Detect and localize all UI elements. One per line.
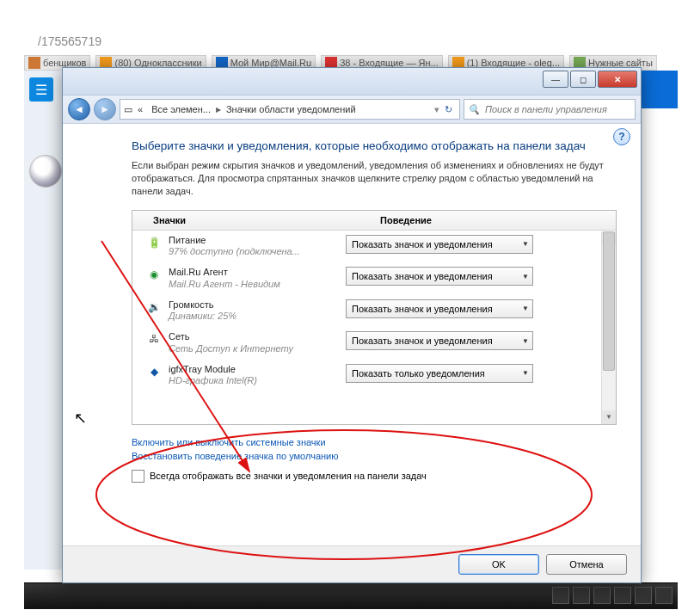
breadcrumb-prefix: « <box>134 104 146 114</box>
control-panel-icon: ▭ <box>124 104 132 115</box>
notification-area-icons-window: — ◻ ◄ ► ▭ « Все элемен... ▶ Значки облас… <box>62 67 642 583</box>
chevron-down-icon: ▼ <box>522 240 529 248</box>
background-taskbar <box>24 582 678 609</box>
volume-icon: 🔉 <box>146 299 162 315</box>
behavior-select[interactable]: Показать значок и уведомления▼ <box>346 267 533 286</box>
content-area: Выберите значки и уведомления, которые н… <box>63 124 641 491</box>
item-subtitle: HD-графика Intel(R) <box>169 375 257 387</box>
list-item: ◉ Mail.Ru Агент Mail.Ru Агент - Невидим … <box>132 262 616 295</box>
mailru-agent-icon: ◉ <box>146 267 162 282</box>
item-subtitle: 97% доступно (подключена... <box>169 246 300 258</box>
toggle-system-icons-link[interactable]: Включить или выключить системные значки <box>132 437 617 447</box>
battery-icon: 🔋 <box>146 235 162 250</box>
item-title: Питание <box>169 235 300 247</box>
list-item: 🔉 Громкость Динамики: 25% Показать значо… <box>132 295 616 328</box>
help-icon[interactable]: ? <box>613 128 630 145</box>
page-description: Если выбран режим скрытия значков и увед… <box>132 159 617 198</box>
item-subtitle: Динамики: 25% <box>169 311 236 323</box>
list-header: Значки Поведение <box>132 211 616 231</box>
item-title: Mail.Ru Агент <box>169 267 280 279</box>
checkbox[interactable] <box>132 470 144 483</box>
background-avatar <box>29 155 62 188</box>
column-icons: Значки <box>132 211 373 230</box>
chevron-down-icon: ▼ <box>522 273 529 280</box>
breadcrumb-seg[interactable]: Значки области уведомлений <box>223 104 359 114</box>
intel-graphics-icon: ◆ <box>146 364 162 379</box>
item-subtitle: Mail.Ru Агент - Невидим <box>169 279 280 291</box>
behavior-select[interactable]: Показать значок и уведомления▼ <box>346 331 533 350</box>
list-item: ◆ igfxTray Module HD-графика Intel(R) По… <box>132 360 616 392</box>
network-icon: 🖧 <box>146 331 162 347</box>
behavior-select[interactable]: Показать значок и уведомления▼ <box>346 299 533 318</box>
chevron-down-icon: ▼ <box>522 337 529 345</box>
dialog-footer: OK Отмена <box>63 545 641 582</box>
breadcrumb-seg[interactable]: Все элемен... <box>148 104 214 114</box>
behavior-select[interactable]: Показать только уведомления▼ <box>346 364 533 383</box>
scroll-thumb[interactable] <box>603 231 615 371</box>
icons-list: Значки Поведение 🔋 Питание 97% доступно … <box>132 210 617 425</box>
restore-defaults-link[interactable]: Восстановить поведение значка по умолчан… <box>132 451 617 461</box>
item-title: Громкость <box>169 299 236 311</box>
list-item: 🔋 Питание 97% доступно (подключена... По… <box>132 231 616 263</box>
item-title: Сеть <box>169 331 293 343</box>
maximize-button[interactable]: ◻ <box>570 71 596 88</box>
checkbox-label: Всегда отображать все значки и уведомлен… <box>150 471 427 481</box>
breadcrumb[interactable]: ▭ « Все элемен... ▶ Значки области уведо… <box>120 99 460 120</box>
chevron-right-icon: ▶ <box>216 106 221 114</box>
background-url-fragment: /175565719 <box>38 34 101 48</box>
behavior-select[interactable]: Показать значок и уведомления▼ <box>346 235 533 254</box>
links-section: Включить или выключить системные значки … <box>132 437 617 461</box>
minimize-button[interactable]: — <box>543 71 568 88</box>
chevron-down-icon: ▼ <box>522 369 529 377</box>
search-input[interactable]: 🔍 <box>464 99 636 120</box>
item-subtitle: Сеть Доступ к Интернету <box>169 343 293 355</box>
background-menu-icon: ☰ <box>29 77 53 102</box>
list-item: 🖧 Сеть Сеть Доступ к Интернету Показать … <box>132 327 616 360</box>
search-icon: 🔍 <box>468 104 480 115</box>
cancel-button[interactable]: Отмена <box>546 554 627 575</box>
ok-button[interactable]: OK <box>458 554 539 575</box>
close-button[interactable] <box>598 71 637 88</box>
always-show-checkbox-row[interactable]: Всегда отображать все значки и уведомлен… <box>132 470 617 483</box>
background-app-sidebar <box>24 71 62 570</box>
column-behavior: Поведение <box>373 211 616 230</box>
item-title: igfxTray Module <box>169 364 257 376</box>
chevron-down-icon: ▼ <box>522 305 529 312</box>
nav-back-button[interactable]: ◄ <box>68 98 90 120</box>
mouse-cursor-icon: ↖ <box>74 409 87 428</box>
scrollbar[interactable]: ▲ ▼ <box>601 231 616 424</box>
scroll-down-button[interactable]: ▼ <box>602 410 616 424</box>
refresh-icon[interactable]: ↻ <box>441 104 456 115</box>
nav-forward-button[interactable]: ► <box>94 98 116 120</box>
search-field[interactable] <box>483 103 631 115</box>
page-title: Выберите значки и уведомления, которые н… <box>132 139 617 152</box>
window-titlebar: — ◻ <box>63 68 641 95</box>
explorer-navbar: ◄ ► ▭ « Все элемен... ▶ Значки области у… <box>63 95 641 124</box>
